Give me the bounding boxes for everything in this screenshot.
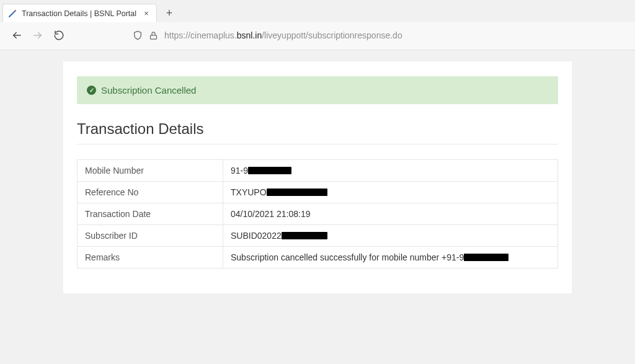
row-value: SUBID02022 bbox=[223, 225, 558, 247]
page-viewport: ✓ Subscription Cancelled Transaction Det… bbox=[0, 50, 635, 362]
alert-text: Subscription Cancelled bbox=[101, 85, 196, 95]
forward-button[interactable] bbox=[30, 27, 46, 43]
svg-rect-2 bbox=[151, 35, 157, 38]
row-label: Remarks bbox=[78, 247, 223, 269]
content-card: ✓ Subscription Cancelled Transaction Det… bbox=[63, 61, 572, 293]
check-circle-icon: ✓ bbox=[87, 86, 96, 95]
favicon-icon bbox=[8, 9, 17, 18]
row-value: 91-9 bbox=[223, 160, 558, 182]
tab-title: Transaction Details | BSNL Portal bbox=[22, 9, 136, 18]
redacted-block bbox=[248, 167, 291, 174]
value-prefix: SUBID02022 bbox=[231, 231, 282, 241]
row-label: Mobile Number bbox=[78, 160, 223, 182]
url-path: /liveyuppott/subscriptionresponse.do bbox=[262, 30, 402, 40]
lock-icon bbox=[149, 31, 158, 40]
url-bar[interactable]: https://cinemaplus.bsnl.in/liveyuppott/s… bbox=[133, 30, 628, 40]
redacted-block bbox=[282, 232, 327, 239]
back-button[interactable] bbox=[9, 27, 25, 43]
row-value: Subscription cancelled successfully for … bbox=[223, 247, 558, 269]
shield-icon bbox=[133, 30, 143, 40]
table-row-subid: Subscriber ID SUBID02022 bbox=[78, 225, 558, 247]
url-text: https://cinemaplus.bsnl.in/liveyuppott/s… bbox=[164, 30, 402, 40]
browser-chrome: Transaction Details | BSNL Portal × + ht… bbox=[0, 0, 635, 50]
success-alert: ✓ Subscription Cancelled bbox=[77, 76, 558, 104]
table-row-mobile: Mobile Number 91-9 bbox=[78, 160, 558, 182]
new-tab-button[interactable]: + bbox=[161, 4, 178, 22]
url-pre: https://cinemaplus. bbox=[164, 30, 237, 40]
redacted-block bbox=[464, 254, 508, 261]
page-title: Transaction Details bbox=[77, 120, 558, 144]
table-row-refno: Reference No TXYUPO bbox=[78, 182, 558, 203]
browser-tab-active[interactable]: Transaction Details | BSNL Portal × bbox=[2, 4, 157, 22]
browser-toolbar: https://cinemaplus.bsnl.in/liveyuppott/s… bbox=[0, 22, 635, 50]
row-label: Subscriber ID bbox=[78, 225, 223, 247]
table-row-txdate: Transaction Date 04/10/2021 21:08:19 bbox=[78, 203, 558, 225]
redacted-block bbox=[267, 189, 327, 196]
value-prefix: TXYUPO bbox=[231, 187, 267, 197]
row-value: TXYUPO bbox=[223, 182, 558, 203]
value-prefix: 91-9 bbox=[231, 166, 248, 175]
tab-close-button[interactable]: × bbox=[141, 9, 151, 19]
value-prefix: Subscription cancelled successfully for … bbox=[231, 252, 464, 262]
reload-button[interactable] bbox=[51, 27, 67, 43]
row-label: Transaction Date bbox=[78, 203, 223, 225]
table-row-remarks: Remarks Subscription cancelled successfu… bbox=[78, 247, 558, 269]
tab-strip: Transaction Details | BSNL Portal × + bbox=[0, 0, 635, 22]
row-label: Reference No bbox=[78, 182, 223, 203]
row-value: 04/10/2021 21:08:19 bbox=[223, 203, 558, 225]
url-host: bsnl.in bbox=[237, 30, 262, 40]
transaction-details-table: Mobile Number 91-9 Reference No TXYUPO T… bbox=[77, 159, 558, 269]
